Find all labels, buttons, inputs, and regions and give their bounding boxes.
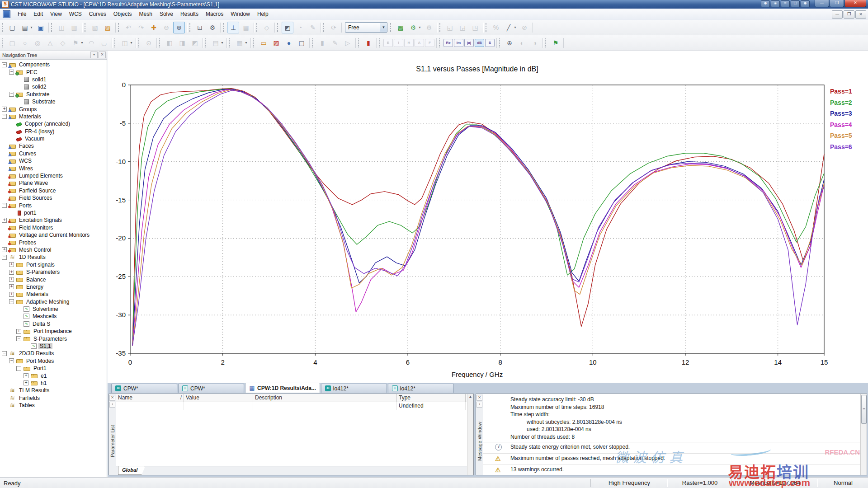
message-window-scrollbar[interactable]: ≡ [860, 394, 867, 475]
smith-chart-button[interactable]: ◐ [516, 37, 528, 49]
tree-item-plane-wave[interactable]: Plane Wave [0, 179, 107, 187]
tree-item-substrate[interactable]: Substrate [0, 98, 107, 105]
tree-item-wcs[interactable]: WCS [0, 157, 107, 164]
tree-item-port-impedance[interactable]: +Port Impedance [0, 328, 107, 335]
menu-edit[interactable]: Edit [30, 9, 47, 19]
collapse-icon[interactable]: − [9, 70, 14, 75]
pick-edge-button[interactable]: ✎ [307, 22, 319, 33]
expand-icon[interactable]: + [9, 284, 14, 289]
polar-plot-button[interactable]: ⊕ [504, 37, 515, 49]
minimize-button[interactable]: — [815, 0, 829, 7]
tree-item-solid2[interactable]: solid2 [0, 83, 107, 90]
print-preview-button[interactable]: ▥ [68, 22, 80, 33]
extrude-button[interactable]: ⚑▼ [70, 37, 81, 49]
tree-item-copper-annealed-[interactable]: Copper (annealed) [0, 120, 107, 127]
symmetry-planes-button[interactable]: ⚙ [423, 22, 435, 33]
pick-circle-button[interactable]: ◔ [294, 22, 306, 33]
tree-item-materials[interactable]: +Materials [0, 291, 107, 298]
plot-i-button[interactable]: I [394, 39, 403, 47]
column-header-name[interactable]: Name/ [116, 394, 184, 402]
background-props-button[interactable]: ● [283, 37, 295, 49]
menu-mesh[interactable]: Mesh [136, 9, 156, 19]
tree-item-probes[interactable]: Probes [0, 239, 107, 246]
tree-item-tlm-results[interactable]: ≋TLM Results [0, 387, 107, 394]
tree-item-adaptive-meshing[interactable]: −Adaptive Meshing [0, 298, 107, 305]
plot-db-button[interactable]: dB [475, 39, 484, 47]
open-file-button[interactable]: ▤▼ [19, 22, 31, 33]
tree-item-field-sources[interactable]: Field Sources [0, 194, 107, 202]
tree-item-s-parameters[interactable]: −S-Parameters [0, 335, 107, 342]
local-wcs-button[interactable]: ▦▼ [234, 37, 245, 49]
collapse-icon[interactable]: − [2, 203, 7, 208]
menu-view[interactable]: View [47, 9, 66, 19]
parameter-list-scrollbar[interactable]: ▲ [467, 394, 473, 475]
disable-tool-button[interactable]: ⊘ [519, 22, 530, 33]
view-mode-select[interactable]: Free▼ [345, 22, 387, 33]
mesh-view-button[interactable]: ▦ [240, 22, 252, 33]
transform-shape-button[interactable]: ◧ [164, 37, 175, 49]
parameter-table-header[interactable]: Name/ValueDescriptionType [116, 394, 467, 402]
menu-macros[interactable]: Macros [202, 9, 227, 19]
background-material-button[interactable]: ▩ [395, 22, 406, 33]
tree-item-fr-4-lossy-[interactable]: FR-4 (lossy) [0, 128, 107, 135]
perspective-view-button[interactable]: ◇ [261, 22, 273, 33]
collapse-icon[interactable]: − [2, 114, 7, 119]
collapse-icon[interactable]: − [2, 255, 7, 260]
pick-face-button[interactable]: ◩ [282, 22, 293, 33]
tree-item-e1[interactable]: +e1 [0, 372, 107, 379]
tree-item-s1-1[interactable]: ∿S1,1 [0, 343, 107, 350]
column-header-description[interactable]: Description [253, 394, 397, 402]
import-button[interactable]: ▨ [102, 22, 113, 33]
quick-tool-icon[interactable]: ● [761, 0, 770, 7]
tree-item-mesh-control[interactable]: +Mesh Control [0, 246, 107, 253]
tree-item-tables[interactable]: ≋Tables [0, 402, 107, 409]
child-minimize-button[interactable]: — [832, 10, 843, 19]
plot-smith-s-button[interactable]: S [485, 39, 495, 47]
tree-item-faces[interactable]: Faces [0, 142, 107, 150]
doc-tab-5[interactable]: ⌗lo412* [388, 384, 454, 393]
wcs-align-button[interactable]: ◲ [457, 22, 468, 33]
expand-icon[interactable]: + [2, 107, 7, 112]
doc-tab-1[interactable]: ≈CPW* [111, 384, 177, 393]
quick-dot-icon[interactable]: ● [801, 0, 810, 7]
dropdown-arrow-icon[interactable]: ▼ [30, 26, 33, 29]
tree-item-2d-3d-results[interactable]: −≋2D/3D Results [0, 350, 107, 357]
zoom-out-button[interactable]: ⊖ [160, 22, 172, 33]
plot-e-field-button[interactable]: E [383, 39, 393, 47]
message-window-close-icon[interactable]: × [476, 395, 482, 401]
tree-item-h1[interactable]: +h1 [0, 380, 107, 387]
tree-item-components[interactable]: −Components [0, 61, 107, 68]
quick-window-icon[interactable]: □ [791, 0, 800, 7]
pick-points-button[interactable]: ▮ [316, 37, 328, 49]
print-button[interactable]: ◫ [56, 22, 67, 33]
menu-curves[interactable]: Curves [85, 9, 110, 19]
tree-item-excitation-signals[interactable]: +Excitation Signals [0, 216, 107, 224]
add-result-template-button[interactable]: ⚑ [550, 37, 561, 49]
tree-item-port-modes[interactable]: −Port Modes [0, 357, 107, 365]
column-header-type[interactable]: Type [397, 394, 466, 402]
expand-icon[interactable]: + [9, 262, 14, 267]
tree-item-1d-results[interactable]: −≋1D Results [0, 253, 107, 261]
plot-f-button[interactable]: F [425, 39, 434, 47]
plot-h-field-button[interactable]: H [404, 39, 414, 47]
tree-item-s-parameters[interactable]: +S-Parameters [0, 268, 107, 276]
menu-help[interactable]: Help [254, 9, 272, 19]
redo-button[interactable]: ↷ [135, 22, 147, 33]
tree-item-port1[interactable]: −Port1 [0, 365, 107, 372]
parametrize-button[interactable]: % [490, 22, 502, 33]
history-list-button[interactable]: ⟳ [328, 22, 340, 33]
child-close-button[interactable]: × [855, 10, 866, 19]
tree-item-substrate[interactable]: −Substrate [0, 91, 107, 98]
boolean-ops-button[interactable]: ◫▼ [119, 37, 131, 49]
plot-a-button[interactable]: A [415, 39, 424, 47]
combo-arrow-icon[interactable]: ▼ [380, 23, 387, 32]
menu-results[interactable]: Results [177, 9, 202, 19]
expand-icon[interactable]: + [24, 380, 28, 385]
tree-item-port-signals[interactable]: +Port signals [0, 261, 107, 268]
plot-real-button[interactable]: Re [443, 39, 453, 47]
undo-button[interactable]: ↶ [123, 22, 134, 33]
tree-item-energy[interactable]: +Energy [0, 283, 107, 291]
dropdown-arrow-icon[interactable]: ▼ [418, 26, 421, 29]
blend-edges-button[interactable]: ⊙ [143, 37, 155, 49]
curve-tool-button[interactable]: ╱▼ [503, 22, 514, 33]
